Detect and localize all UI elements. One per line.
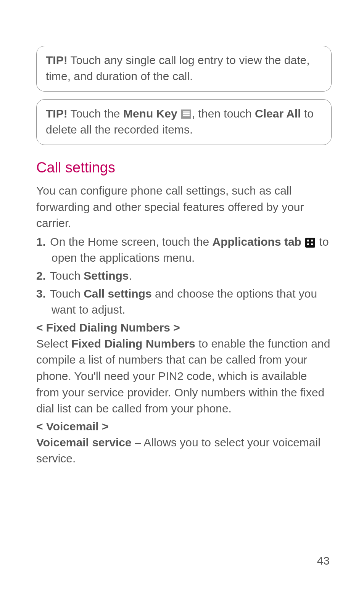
settings-label: Settings — [84, 269, 129, 282]
manual-page: TIP! Touch any single call log entry to … — [0, 0, 364, 594]
fdn-a: Select — [36, 337, 71, 350]
step1-a: On the Home screen, touch the — [47, 235, 213, 248]
intro-paragraph: You can configure phone call settings, s… — [36, 183, 332, 232]
fdn-paragraph: Select Fixed Dialing Numbers to enable t… — [36, 336, 332, 417]
step-2: 2. Touch Settings. — [36, 268, 332, 284]
step-number: 2. — [36, 268, 47, 284]
steps-list: 1. On the Home screen, touch the Applica… — [36, 234, 332, 318]
applications-tab-label: Applications tab — [213, 235, 301, 248]
fdn-label: Fixed Dialing Numbers — [71, 337, 195, 350]
applications-tab-icon — [305, 238, 315, 248]
step2-c: . — [129, 269, 132, 282]
voicemail-subheading: < Voicemail > — [36, 420, 332, 433]
tip-part2: , then touch — [192, 107, 255, 120]
call-settings-heading: Call settings — [36, 159, 332, 176]
tip-box-1: TIP! Touch any single call log entry to … — [36, 46, 332, 92]
tip-label: TIP! — [46, 54, 68, 66]
voicemail-service-label: Voicemail service — [36, 436, 132, 449]
voicemail-paragraph: Voicemail service – Allows you to select… — [36, 435, 332, 467]
call-settings-label: Call settings — [84, 287, 151, 300]
clear-all-label: Clear All — [255, 107, 301, 120]
tip-text: Touch any single call log entry to view … — [46, 54, 310, 82]
tip-part1: Touch the — [68, 107, 123, 120]
menu-key-label: Menu Key — [123, 107, 180, 120]
step2-a: Touch — [47, 269, 84, 282]
step-3: 3. Touch Call settings and choose the op… — [36, 286, 332, 318]
page-number-divider — [239, 548, 330, 548]
tip-box-2: TIP! Touch the Menu Key , then touch Cle… — [36, 99, 332, 145]
menu-key-icon — [181, 109, 191, 119]
step3-a: Touch — [47, 287, 84, 300]
tip-label: TIP! — [46, 107, 68, 120]
fdn-subheading: < Fixed Dialing Numbers > — [36, 321, 332, 334]
step-1: 1. On the Home screen, touch the Applica… — [36, 234, 332, 266]
step-number: 3. — [36, 286, 47, 302]
page-number: 43 — [317, 554, 330, 567]
step-number: 1. — [36, 234, 47, 250]
